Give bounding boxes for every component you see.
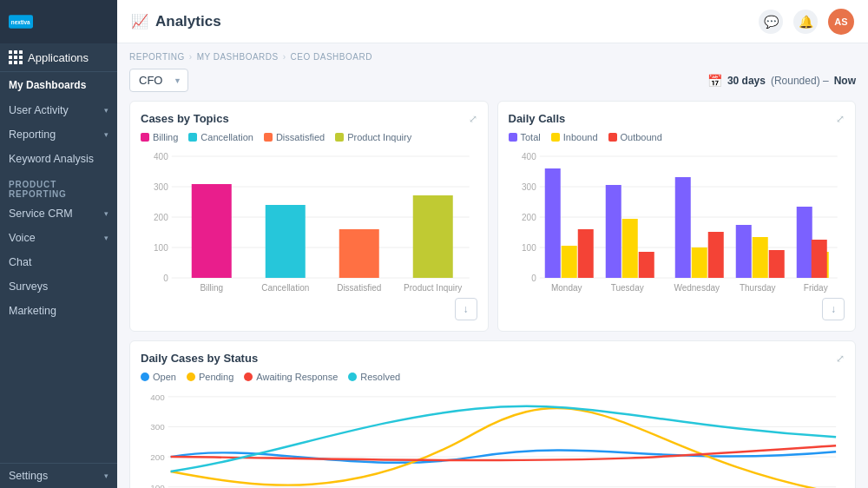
download-calls-btn[interactable]: ↓ bbox=[822, 298, 845, 320]
chevron-icon: ▾ bbox=[104, 130, 108, 139]
open-color bbox=[141, 373, 149, 381]
svg-text:Friday: Friday bbox=[803, 283, 827, 293]
sidebar-item-user-activity[interactable]: User Activity ▾ bbox=[0, 98, 117, 122]
sidebar-item-voice[interactable]: Voice ▾ bbox=[0, 226, 117, 250]
daily-cases-header: Daily Cases by Status ⤢ bbox=[141, 352, 845, 365]
svg-text:Cancellation: Cancellation bbox=[261, 283, 309, 293]
legend-open: Open bbox=[141, 372, 176, 382]
total-label: Total bbox=[521, 132, 541, 142]
daily-cases-actions: ⤢ bbox=[836, 353, 845, 365]
sidebar-item-settings[interactable]: Settings ▾ bbox=[0, 463, 117, 488]
breadcrumb-ceo: CEO DASHBOARD bbox=[291, 52, 372, 62]
date-end: Now bbox=[834, 75, 856, 87]
calls-chart-title: Daily Calls bbox=[509, 112, 566, 125]
dashboard-select-wrap[interactable]: CFO bbox=[129, 69, 188, 92]
avatar[interactable]: AS bbox=[828, 9, 854, 35]
legend-pending: Pending bbox=[187, 372, 233, 382]
breadcrumb-reporting: REPORTING bbox=[129, 52, 185, 62]
daily-cases-title: Daily Cases by Status bbox=[141, 352, 258, 365]
breadcrumb: REPORTING › MY DASHBOARDS › CEO DASHBOAR… bbox=[129, 52, 856, 62]
svg-rect-35 bbox=[735, 225, 751, 278]
date-range: 📅 30 days (Rounded) – Now bbox=[707, 74, 856, 88]
topbar-left: 📈 Analytics bbox=[131, 13, 221, 30]
chat-label: Chat bbox=[9, 256, 31, 268]
dissatisfied-bar bbox=[339, 229, 379, 278]
legend-cancellation: Cancellation bbox=[188, 132, 253, 142]
svg-text:0: 0 bbox=[163, 274, 168, 283]
expand-icon[interactable]: ⤢ bbox=[836, 113, 845, 125]
sidebar-item-service-crm[interactable]: Service CRM ▾ bbox=[0, 201, 117, 226]
billing-color bbox=[141, 133, 149, 142]
service-crm-label: Service CRM bbox=[9, 208, 73, 220]
sep2: › bbox=[283, 52, 286, 62]
svg-text:400: 400 bbox=[154, 152, 168, 162]
daily-cases-svg: 400 300 200 100 0 Monda bbox=[141, 389, 845, 488]
bell-icon-btn[interactable]: 🔔 bbox=[793, 10, 818, 34]
nextiva-logo: nextiva bbox=[9, 14, 33, 30]
outbound-label: Outbound bbox=[621, 132, 662, 142]
inbound-label: Inbound bbox=[563, 132, 598, 142]
svg-text:100: 100 bbox=[522, 243, 536, 253]
svg-text:300: 300 bbox=[150, 422, 165, 432]
chevron-icon: ▾ bbox=[104, 209, 108, 218]
pending-color bbox=[187, 373, 195, 381]
my-dashboards-link[interactable]: My Dashboards bbox=[0, 72, 117, 98]
expand-icon[interactable]: ⤢ bbox=[836, 353, 845, 365]
product-reporting-label: PRODUCT REPORTING bbox=[0, 171, 117, 201]
date-modifier: (Rounded) – bbox=[771, 75, 829, 87]
applications-row[interactable]: Applications bbox=[0, 43, 117, 72]
svg-rect-36 bbox=[752, 237, 767, 278]
chevron-icon: ▾ bbox=[104, 234, 108, 242]
inbound-color bbox=[551, 133, 560, 142]
calls-chart-svg: 400 300 200 100 0 bbox=[509, 149, 845, 301]
product-inquiry-label: Product Inquiry bbox=[347, 132, 411, 142]
legend-total: Total bbox=[509, 132, 541, 142]
expand-icon[interactable]: ⤢ bbox=[469, 113, 477, 125]
sidebar-item-chat[interactable]: Chat bbox=[0, 250, 117, 274]
svg-text:nextiva: nextiva bbox=[11, 19, 30, 25]
svg-text:400: 400 bbox=[522, 152, 536, 162]
sidebar-item-marketing[interactable]: Marketing bbox=[0, 299, 117, 323]
svg-rect-28 bbox=[577, 229, 593, 278]
billing-bar bbox=[192, 184, 232, 278]
svg-text:200: 200 bbox=[150, 452, 165, 462]
outbound-color bbox=[608, 133, 617, 142]
svg-text:Wednesday: Wednesday bbox=[674, 283, 720, 293]
legend-resolved: Resolved bbox=[348, 372, 400, 382]
breadcrumb-dashboards: MY DASHBOARDS bbox=[197, 52, 279, 62]
resolved-label: Resolved bbox=[360, 372, 400, 382]
page-title: Analytics bbox=[155, 13, 221, 30]
awaiting-label: Awaiting Response bbox=[256, 372, 338, 382]
settings-label: Settings bbox=[9, 470, 48, 482]
svg-rect-33 bbox=[691, 247, 707, 278]
calls-legend: Total Inbound Outbound bbox=[509, 132, 845, 142]
dissatisfied-color bbox=[264, 133, 273, 142]
svg-rect-29 bbox=[605, 185, 621, 278]
sep1: › bbox=[189, 52, 193, 62]
total-color bbox=[509, 133, 517, 142]
content-area: REPORTING › MY DASHBOARDS › CEO DASHBOAR… bbox=[117, 43, 868, 488]
daily-cases-card: Daily Cases by Status ⤢ Open Pending Awa… bbox=[129, 340, 856, 488]
svg-rect-30 bbox=[621, 219, 637, 278]
dashboard-select[interactable]: CFO bbox=[129, 69, 188, 92]
sidebar-item-keyword-analysis[interactable]: Keyword Analysis bbox=[0, 147, 117, 171]
svg-rect-32 bbox=[674, 177, 690, 278]
awaiting-color bbox=[244, 373, 253, 381]
date-label: 30 days bbox=[727, 75, 766, 87]
chevron-icon: ▾ bbox=[104, 106, 108, 115]
sidebar-header: nextiva bbox=[0, 0, 117, 43]
billing-label: Billing bbox=[153, 132, 178, 142]
daily-cases-legend: Open Pending Awaiting Response Resolved bbox=[141, 372, 845, 382]
svg-rect-41 bbox=[811, 240, 826, 278]
sidebar-item-reporting[interactable]: Reporting ▾ bbox=[0, 122, 117, 147]
sidebar-item-surveys[interactable]: Surveys bbox=[0, 274, 117, 299]
download-cases-btn[interactable]: ↓ bbox=[455, 298, 477, 320]
topbar: 📈 Analytics 💬 🔔 AS bbox=[117, 0, 868, 43]
chat-icon-btn[interactable]: 💬 bbox=[759, 10, 783, 34]
svg-text:Dissatisfied: Dissatisfied bbox=[337, 283, 381, 293]
cases-legend: Billing Cancellation Dissatisfied Produc… bbox=[141, 132, 477, 142]
cases-by-topics-card: Cases by Topics ⤢ Billing Cancellation bbox=[129, 101, 489, 332]
daily-calls-card: Daily Calls ⤢ Total Inbound bbox=[497, 101, 857, 332]
svg-rect-34 bbox=[707, 232, 723, 278]
calls-chart-actions: ⤢ bbox=[836, 113, 845, 125]
